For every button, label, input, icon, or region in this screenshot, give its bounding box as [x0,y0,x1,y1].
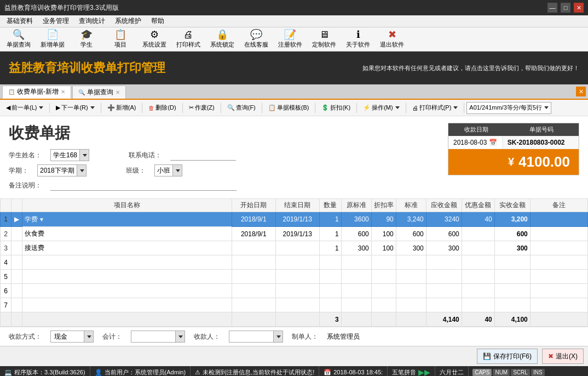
tab-new-close-icon[interactable]: ✕ [61,89,65,95]
row3-note [530,241,587,255]
delete-record-btn[interactable]: 🗑删除(D) [145,101,180,115]
class-select[interactable]: 小班 [154,164,182,176]
row1-end[interactable]: 2019/1/13 [275,212,319,227]
student-label: 学生姓名： [9,151,42,160]
receipt-date-label: 收款日期 [448,123,504,136]
col-qty: 数量 [319,199,341,212]
row1-name[interactable]: 学费 ▼ [22,212,232,226]
phone-input[interactable] [170,150,236,161]
row1-start[interactable]: 2018/9/1 [232,212,275,227]
calendar-icon[interactable]: 📅 [489,139,497,146]
style-selector[interactable]: A01/241mm/3等分/每页5行 [466,102,551,114]
menu-business[interactable]: 业务管理 [38,15,73,27]
status-ime[interactable]: 五笔拼音 ▶▶ [388,366,435,376]
toolbar-lock-btn[interactable]: 🔒系统锁定 [206,29,239,50]
table-row[interactable]: 5 [1,270,588,284]
prev-record-btn[interactable]: ◀前一单(L) [2,101,47,115]
window-controls: — □ ✕ [547,3,584,13]
dropdown-arrow2 [90,106,95,109]
next-record-btn[interactable]: ▶下一单(R) [52,101,98,115]
toolbar-print-style-btn[interactable]: 🖨打印样式 [172,29,205,50]
toolbar-online-service-btn[interactable]: 💬在线客服 [240,29,273,50]
exit-button[interactable]: ✖ 退出(X) [542,349,584,364]
info-icon: ℹ [356,30,360,39]
template-btn[interactable]: 📋单据模板(B) [264,101,313,115]
exit-icon: ✖ [388,30,396,39]
menu-bar: 基础资料 业务管理 查询统计 系统维护 帮助 [0,15,588,27]
col-marker [11,199,22,212]
row2-name[interactable]: 伙食费 [22,227,232,241]
col-start: 开始日期 [232,199,275,212]
void-record-btn[interactable]: ✂作废(Z) [185,101,218,115]
col-original: 原标准 [341,199,371,212]
new-icon: 📄 [47,30,59,39]
row1-dropdown[interactable]: ▼ [39,217,44,223]
discount-btn[interactable]: 💲折扣(K) [318,101,354,115]
panel-close-button[interactable]: ✕ [576,87,586,96]
menu-help[interactable]: 帮助 [147,15,169,27]
menu-query[interactable]: 查询统计 [74,15,109,27]
status-date-cn: 六月廿二 [435,366,469,376]
term-label: 学期： [9,166,28,175]
term-dropdown-arrow[interactable] [77,165,86,176]
search-record-btn[interactable]: 🔍查询(F) [223,101,260,115]
row3-num: 3 [1,241,11,255]
toolbar-query-btn[interactable]: 🔍单据查询 [2,29,35,50]
accountant-select[interactable] [131,331,185,343]
table-row[interactable]: 6 [1,284,588,298]
student-icon: 🎓 [80,30,93,39]
row3-name[interactable]: 接送费 [22,241,232,255]
toolbar-customize-btn[interactable]: 🖥定制软件 [308,29,341,50]
toolbar-exit-btn[interactable]: ✖退出软件 [376,29,408,50]
payment-select[interactable]: 现金 [50,331,94,343]
search-icon: 🔍 [227,104,235,111]
tab-query[interactable]: 🔍 单据查询 ✕ [72,86,126,99]
toolbar-settings-btn[interactable]: ⚙系统设置 [138,29,171,50]
class-value: 小班 [155,166,172,175]
toolbar-about-btn[interactable]: ℹ关于软件 [342,29,374,50]
close-button[interactable]: ✕ [574,3,584,13]
add-record-btn[interactable]: ➕新增(A) [103,101,140,115]
bottom-form: 收款方式： 现金 会计： 收款人： 制单人： 系统管理员 [0,327,588,346]
payment-arrow[interactable] [84,331,93,342]
collector-select[interactable] [229,331,283,343]
print-style-btn[interactable]: 🖨打印样式(P) [408,101,462,115]
tab-query-close-icon[interactable]: ✕ [116,89,120,95]
minimize-button[interactable]: — [547,3,557,13]
toolbar-project-btn[interactable]: 📋项目 [104,29,137,50]
row3-actual: 300 [494,241,530,255]
student-dropdown-arrow[interactable] [79,150,89,161]
operate-icon: ⚡ [363,104,371,111]
table-row[interactable]: 7 [1,298,588,312]
tab-close-area: ✕ [574,84,588,99]
student-select[interactable]: 学生168 [50,149,89,161]
toolbar-register-btn[interactable]: 📝注册软件 [274,29,307,50]
remark-input[interactable] [50,180,237,191]
row2-rebate [462,227,494,241]
collector-arrow[interactable] [273,331,283,342]
register-icon: 📝 [284,30,296,39]
table-row[interactable]: 1 ▶ 学费 ▼ 2018/9/1 2019/1/13 1 3600 90 3,… [1,212,588,227]
accountant-arrow[interactable] [175,331,185,342]
operate-btn[interactable]: ⚡操作(M) [359,101,403,115]
table-row[interactable]: 3 接送费 1 300 100 300 300 300 [1,241,588,255]
row1-standard: 3,240 [396,212,426,227]
term-select[interactable]: 2018下学期 [37,164,87,176]
tab-new-receipt[interactable]: 📋 收费单据-新增 ✕ [2,86,71,99]
save-print-button[interactable]: 💾 保存打印(F6) [477,349,538,364]
caps-key: CAPS [472,369,492,376]
row3-qty: 1 [319,241,341,255]
table-row[interactable]: 2 伙食费 2018/9/1 2019/1/13 1 600 100 600 6… [1,227,588,241]
student-row: 学生姓名： 学生168 联系电话： [9,149,237,161]
maker-label: 制单人： [292,332,318,341]
menu-basic-data[interactable]: 基础资料 [2,15,37,27]
row1-num: 1 [1,212,11,227]
print-arrow [453,106,458,109]
menu-system[interactable]: 系统维护 [111,15,146,27]
maximize-button[interactable]: □ [561,3,570,13]
toolbar-new-btn[interactable]: 📄新增单据 [36,29,69,50]
toolbar-student-btn[interactable]: 🎓学生 [70,29,103,50]
table-row[interactable]: 4 [1,255,588,270]
class-dropdown-arrow[interactable] [172,165,182,176]
app-notice-text[interactable]: 如果您对本软件有任何意见或者建议，请点击这里告诉我们，帮助我们做的更好！ [362,64,579,72]
